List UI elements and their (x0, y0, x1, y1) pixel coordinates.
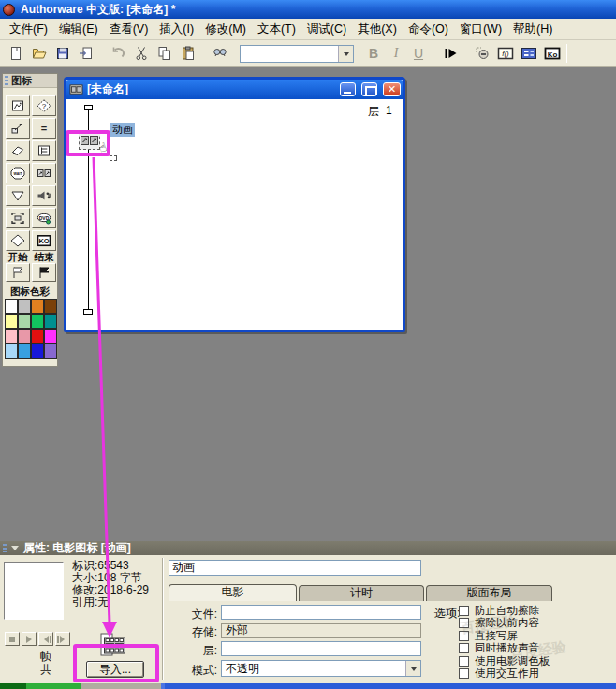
icon-palette-header[interactable]: 图标 (3, 74, 57, 88)
checkbox-erase-previous[interactable]: 擦除以前内容 (459, 617, 539, 628)
checkbox-use-movie-palette[interactable]: 使用电影调色板 (459, 655, 550, 667)
color-swatch[interactable] (5, 344, 18, 359)
decision-icon[interactable] (6, 230, 30, 251)
layer-input[interactable] (221, 641, 421, 656)
dvd-icon[interactable]: DVD (32, 208, 56, 228)
color-swatch[interactable] (18, 314, 31, 329)
import-button[interactable]: 导入... (86, 661, 144, 678)
control-panel-icon[interactable] (470, 43, 493, 65)
menu-modify[interactable]: 修改(M) (199, 20, 252, 39)
checkbox-prevent-auto-erase[interactable]: 防止自动擦除 (459, 605, 539, 616)
play-button[interactable] (22, 632, 37, 646)
underline-button[interactable]: U (407, 46, 430, 61)
color-swatch[interactable] (44, 314, 57, 329)
file-input[interactable] (221, 605, 421, 620)
flowline-area[interactable]: 层 1 动画 ☝ (66, 99, 403, 330)
functions-icon[interactable]: f() (493, 43, 517, 65)
color-swatch[interactable] (31, 329, 44, 344)
open-file-icon[interactable] (27, 43, 51, 65)
checkbox-direct-to-screen[interactable]: 直接写屏 (459, 630, 518, 641)
map-icon[interactable] (32, 140, 56, 161)
checkbox-use-interaction[interactable]: 使用交互作用 (459, 667, 539, 679)
maximize-button[interactable] (361, 82, 377, 96)
minimize-button[interactable] (340, 82, 356, 96)
import-icon[interactable] (74, 43, 97, 65)
color-swatch[interactable] (31, 299, 44, 314)
digital-movie-icon[interactable] (32, 163, 56, 183)
tab-movie[interactable]: 电影 (169, 584, 297, 601)
menu-commands[interactable]: 命令(O) (403, 20, 454, 39)
copy-icon[interactable] (153, 43, 176, 65)
end-flag-icon[interactable] (32, 263, 56, 282)
menu-other[interactable]: 其他(X) (352, 20, 403, 39)
knowledge-objects-icon[interactable]: Ko (540, 43, 564, 65)
undo-icon[interactable] (106, 43, 129, 65)
color-swatch[interactable] (5, 314, 18, 329)
color-swatch[interactable] (18, 344, 31, 359)
color-swatch[interactable] (5, 329, 18, 344)
paste-icon[interactable] (176, 43, 199, 65)
checkbox-icon[interactable] (459, 631, 469, 641)
menu-insert[interactable]: 插入(I) (154, 20, 199, 39)
checkbox-icon[interactable] (459, 643, 469, 653)
framework-icon[interactable] (6, 208, 30, 228)
color-swatch[interactable] (44, 344, 57, 359)
text-style-input[interactable] (241, 46, 338, 62)
menu-file[interactable]: 文件(F) (4, 20, 53, 39)
properties-header[interactable]: 属性: 电影图标 [动画] (0, 541, 616, 555)
checkbox-icon[interactable] (459, 618, 469, 628)
collapse-icon[interactable] (11, 546, 19, 554)
flowline-end-marker[interactable] (83, 309, 93, 315)
color-swatch[interactable] (18, 329, 31, 344)
design-window-titlebar[interactable]: [未命名] ✕ (66, 80, 403, 99)
new-file-icon[interactable] (4, 43, 27, 65)
color-swatch[interactable] (5, 299, 18, 314)
run-icon[interactable] (438, 43, 462, 65)
bold-button[interactable]: B (362, 46, 385, 61)
app-titlebar[interactable]: Authorware 中文版: [未命名] * (0, 0, 616, 19)
calculation-icon[interactable]: = (32, 118, 56, 139)
color-swatch[interactable] (18, 299, 31, 314)
menu-help[interactable]: 帮助(H) (507, 20, 558, 39)
wait-icon[interactable]: WAIT (6, 163, 30, 183)
motion-icon[interactable] (6, 118, 30, 139)
movie-icon-title[interactable]: 动画 (110, 123, 135, 137)
menu-debug[interactable]: 调试(C) (301, 20, 352, 39)
erase-icon[interactable] (6, 140, 30, 161)
start-flag-icon[interactable] (6, 263, 30, 282)
checkbox-icon[interactable] (459, 606, 469, 616)
menu-window[interactable]: 窗口(W) (454, 20, 507, 39)
checkbox-icon[interactable] (459, 668, 469, 679)
icon-name-input[interactable] (169, 560, 421, 576)
knowledge-object-icon[interactable]: KO (32, 230, 56, 251)
menu-view[interactable]: 查看(V) (104, 20, 154, 39)
text-style-combobox[interactable] (240, 45, 354, 63)
combobox-dropdown-button[interactable] (338, 46, 353, 62)
cut-icon[interactable] (129, 43, 153, 65)
display-icon[interactable] (6, 95, 30, 116)
navigate-icon[interactable] (6, 185, 30, 206)
flowline-start-marker[interactable] (84, 105, 93, 110)
mode-dropdown[interactable]: 不透明 (221, 660, 421, 677)
mode-dropdown-button[interactable] (405, 661, 420, 676)
step-forward-button[interactable] (55, 632, 70, 646)
tab-layout[interactable]: 版面布局 (426, 585, 552, 601)
color-swatch[interactable] (31, 314, 44, 329)
variables-icon[interactable] (517, 43, 540, 65)
movie-icon-on-flowline[interactable] (79, 131, 100, 150)
color-swatch[interactable] (44, 329, 57, 344)
checkbox-play-sound[interactable]: 同时播放声音 (459, 642, 539, 653)
save-file-icon[interactable] (51, 43, 74, 65)
color-swatch[interactable] (31, 344, 44, 359)
color-swatch[interactable] (44, 299, 57, 314)
close-button[interactable]: ✕ (383, 82, 401, 96)
tab-timing[interactable]: 计时 (299, 585, 424, 601)
checkbox-icon[interactable] (459, 656, 469, 667)
step-back-button[interactable] (38, 632, 53, 646)
sound-icon[interactable] (32, 185, 56, 206)
find-icon[interactable] (208, 43, 231, 65)
interaction-icon[interactable]: ? (32, 95, 56, 116)
italic-button[interactable]: I (385, 46, 407, 61)
stop-button[interactable] (5, 632, 20, 646)
menu-text[interactable]: 文本(T) (252, 20, 301, 39)
